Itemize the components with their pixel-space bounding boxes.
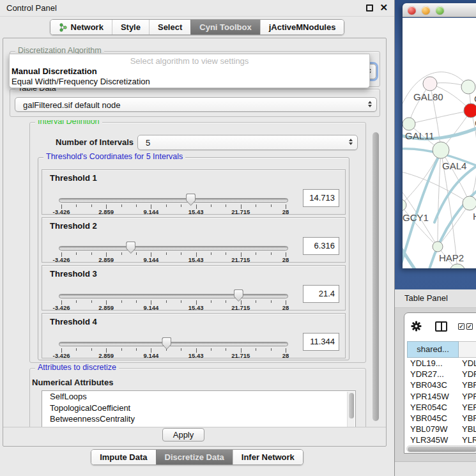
cell-name: YBR0 bbox=[462, 380, 476, 390]
network-node-c[interactable] bbox=[464, 104, 476, 118]
slider-tick bbox=[271, 348, 272, 351]
network-window-titlebar bbox=[403, 3, 476, 17]
table-row[interactable]: YLR345WYLR3 bbox=[407, 435, 476, 445]
attribute-item-betweennesscentrality[interactable]: BetweennessCentrality bbox=[42, 413, 355, 425]
threshold-value-field[interactable]: 21.4 bbox=[303, 285, 339, 303]
numerical-attributes-list[interactable]: SelfLoopsTopologicalCoefficientBetweenne… bbox=[42, 390, 356, 427]
attribute-item-topologicalcoefficient[interactable]: TopologicalCoefficient bbox=[42, 403, 355, 414]
cell-shared-name: YPR145W bbox=[410, 392, 459, 401]
network-node-hap2[interactable] bbox=[433, 242, 443, 252]
attributes-group-label: Attributes to discretize bbox=[35, 363, 119, 372]
slider-thumb[interactable] bbox=[162, 337, 171, 349]
attribute-item-selfloops[interactable]: SelfLoops bbox=[42, 391, 355, 403]
slider-thumb[interactable] bbox=[234, 289, 243, 302]
network-node-ga[interactable] bbox=[461, 80, 475, 94]
thresholds-group: Threshold's Coordinates for 5 Intervals … bbox=[38, 157, 349, 360]
horizontal-scrollbar-thumb[interactable] bbox=[408, 447, 476, 452]
slider-tick bbox=[211, 204, 211, 207]
tab-label: jActiveMNodules bbox=[269, 22, 336, 32]
tab-cyni-toolbox[interactable]: Cyni Toolbox bbox=[190, 20, 259, 35]
network-canvas[interactable]: GAL80GACGAL11GAL4GCY1HHAP2 bbox=[403, 18, 476, 268]
threshold-value-field[interactable]: 11.344 bbox=[303, 333, 339, 351]
slider-thumb[interactable] bbox=[186, 194, 196, 206]
dropdown-option-equal-width-frequency[interactable]: Equal Width/Frequency Discretization bbox=[12, 77, 150, 86]
slider-tick-label: 15.43 bbox=[182, 352, 210, 359]
table-row[interactable]: YDL19...YDL1 bbox=[407, 358, 476, 369]
tab-style[interactable]: Style bbox=[112, 20, 149, 35]
table-row[interactable]: YER054CYER0 bbox=[407, 403, 476, 413]
slider-track[interactable] bbox=[59, 198, 288, 203]
table-row[interactable]: YDR27...YDR2 bbox=[407, 369, 476, 380]
slider-tick-label: 9.144 bbox=[137, 208, 165, 215]
network-graph: GAL80GACGAL11GAL4GCY1HHAP2 bbox=[403, 18, 476, 268]
network-node-gal11[interactable] bbox=[403, 118, 415, 130]
column-header-name[interactable]: na bbox=[459, 341, 476, 358]
table-row[interactable]: YBR043CYBR0 bbox=[407, 380, 476, 391]
bottom-tab-infer-network[interactable]: Infer Network bbox=[233, 450, 303, 464]
cell-shared-name: YLR345W bbox=[410, 435, 459, 445]
minimize-traffic-light-icon[interactable] bbox=[422, 6, 430, 15]
bottom-tab-label: Discretize Data bbox=[165, 452, 224, 462]
network-node-gal80[interactable] bbox=[423, 77, 437, 91]
number-of-intervals-value: 5 bbox=[146, 138, 150, 148]
horizontal-scrollbar[interactable] bbox=[406, 445, 476, 452]
tab-select[interactable]: Select bbox=[149, 20, 190, 35]
slider-tick-label: 28 bbox=[272, 208, 300, 215]
table-row[interactable]: YBR045CYBR0 bbox=[407, 413, 476, 424]
threshold-value-field[interactable]: 14.713 bbox=[303, 189, 339, 207]
slider-track[interactable] bbox=[59, 246, 288, 250]
cell-name: YLR3 bbox=[462, 435, 476, 445]
numerical-attributes-label: Numerical Attributes bbox=[32, 378, 113, 387]
slider-tick bbox=[121, 348, 122, 351]
vertical-scrollbar-thumb[interactable] bbox=[372, 132, 379, 421]
zoom-traffic-light-icon[interactable] bbox=[436, 6, 444, 15]
apply-button[interactable]: Apply bbox=[162, 428, 204, 441]
slider-tick bbox=[136, 252, 137, 255]
network-icon bbox=[59, 23, 68, 32]
number-of-intervals-label: Number of Intervals bbox=[56, 137, 134, 147]
tab-network[interactable]: Network bbox=[50, 20, 112, 35]
list-scrollbar-thumb[interactable] bbox=[349, 393, 354, 418]
threshold-label: Threshold 3 bbox=[50, 269, 97, 279]
cell-name: YPR1 bbox=[462, 392, 476, 401]
slider-track[interactable] bbox=[59, 342, 288, 346]
slider-tick bbox=[91, 348, 92, 351]
close-icon[interactable]: ✕ bbox=[380, 2, 388, 13]
thresholds-group-label: Threshold's Coordinates for 5 Intervals bbox=[43, 152, 185, 161]
network-node-gcy1[interactable] bbox=[403, 199, 406, 211]
node-label-gal80: GAL80 bbox=[413, 91, 443, 102]
network-node-gal4[interactable] bbox=[433, 142, 449, 158]
cell-shared-name: YDR27... bbox=[410, 369, 459, 379]
close-traffic-light-icon[interactable] bbox=[408, 6, 416, 15]
select-columns-icon[interactable]: ✓ bbox=[466, 323, 473, 330]
control-panel-window: Control Panel ✕ NetworkStyleSelectCyni T… bbox=[0, 0, 395, 476]
application-root: Control Panel ✕ NetworkStyleSelectCyni T… bbox=[0, 0, 476, 476]
slider-track[interactable] bbox=[59, 294, 288, 298]
bottom-tab-impute-data[interactable]: Impute Data bbox=[91, 450, 155, 464]
slider-thumb[interactable] bbox=[126, 242, 135, 254]
slider-tick bbox=[166, 204, 167, 207]
network-node-h[interactable] bbox=[463, 196, 476, 210]
bottom-tab-discretize-data[interactable]: Discretize Data bbox=[156, 450, 233, 464]
column-header-shared-name[interactable]: shared... bbox=[407, 341, 459, 358]
bottom-tab-label: Impute Data bbox=[100, 452, 147, 462]
cell-shared-name: YDL19... bbox=[410, 358, 459, 368]
slider-tick bbox=[136, 348, 137, 351]
list-scrollbar[interactable] bbox=[347, 392, 355, 427]
cell-name: YDL1 bbox=[462, 358, 476, 368]
split-view-icon[interactable] bbox=[435, 321, 447, 332]
float-window-icon[interactable] bbox=[366, 4, 373, 12]
slider-tick-label: 28 bbox=[272, 256, 300, 263]
slider-tick bbox=[226, 300, 226, 303]
gear-icon[interactable] bbox=[411, 321, 422, 332]
dropdown-option-manual-discretization[interactable]: Manual Discretization bbox=[12, 66, 97, 76]
select-columns-icon[interactable]: ✓ bbox=[458, 323, 464, 330]
table-row[interactable]: YBL079WYBL0 bbox=[407, 424, 476, 435]
node-label-hap2: HAP2 bbox=[439, 252, 464, 263]
table-data-combobox[interactable]: galFiltered.sif default node bbox=[15, 97, 377, 112]
tab-jactivemnodules[interactable]: jActiveMNodules bbox=[260, 20, 344, 35]
threshold-value-field[interactable]: 6.316 bbox=[303, 237, 339, 255]
number-of-intervals-combobox[interactable]: 5 bbox=[137, 135, 358, 150]
table-row[interactable]: YPR145WYPR1 bbox=[407, 392, 476, 403]
slider-tick-label: 21.715 bbox=[227, 256, 255, 263]
